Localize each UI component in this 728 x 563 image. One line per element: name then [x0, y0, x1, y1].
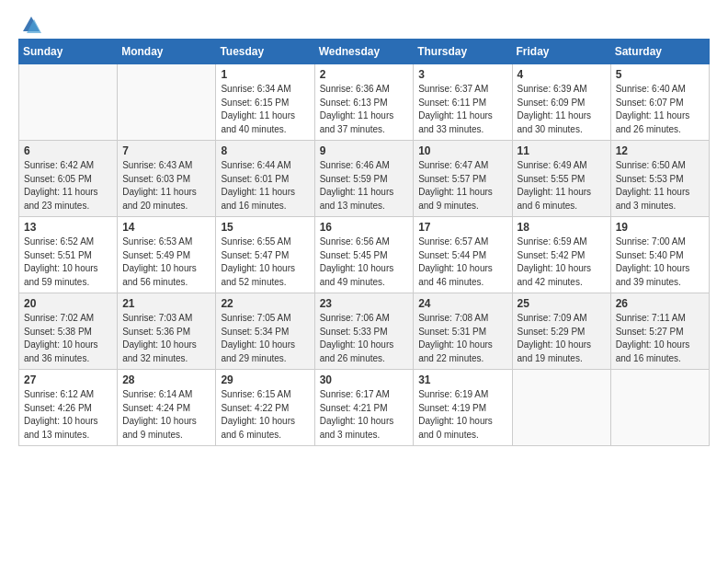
table-row: 17Sunrise: 6:57 AM Sunset: 5:44 PM Dayli…	[414, 217, 512, 293]
table-row	[610, 370, 709, 446]
table-row: 14Sunrise: 6:53 AM Sunset: 5:49 PM Dayli…	[118, 217, 216, 293]
day-info: Sunrise: 6:49 AM Sunset: 5:55 PM Dayligh…	[518, 159, 606, 213]
day-info: Sunrise: 7:08 AM Sunset: 5:31 PM Dayligh…	[418, 312, 506, 365]
day-info: Sunrise: 6:43 AM Sunset: 6:03 PM Dayligh…	[122, 159, 210, 213]
day-number: 13	[24, 221, 112, 234]
day-info: Sunrise: 7:06 AM Sunset: 5:33 PM Dayligh…	[320, 312, 409, 365]
day-number: 14	[122, 221, 210, 234]
logo-icon	[21, 15, 41, 35]
day-info: Sunrise: 6:40 AM Sunset: 6:07 PM Dayligh…	[616, 83, 704, 136]
calendar-header-row: Sunday Monday Tuesday Wednesday Thursday…	[19, 40, 710, 64]
col-wednesday: Wednesday	[314, 40, 414, 64]
day-number: 3	[418, 68, 506, 81]
day-info: Sunrise: 6:59 AM Sunset: 5:42 PM Dayligh…	[518, 236, 606, 289]
table-row: 5Sunrise: 6:40 AM Sunset: 6:07 PM Daylig…	[610, 64, 709, 141]
day-number: 17	[418, 221, 506, 234]
day-info: Sunrise: 7:11 AM Sunset: 5:27 PM Dayligh…	[616, 312, 704, 365]
table-row: 13Sunrise: 6:52 AM Sunset: 5:51 PM Dayli…	[19, 217, 118, 293]
day-number: 7	[122, 144, 210, 157]
day-info: Sunrise: 6:14 AM Sunset: 4:24 PM Dayligh…	[122, 388, 210, 442]
table-row: 1Sunrise: 6:34 AM Sunset: 6:15 PM Daylig…	[216, 64, 314, 141]
day-number: 1	[221, 68, 309, 81]
table-row: 31Sunrise: 6:19 AM Sunset: 4:19 PM Dayli…	[414, 370, 512, 446]
day-number: 11	[518, 144, 606, 157]
day-number: 30	[320, 373, 409, 386]
day-info: Sunrise: 7:02 AM Sunset: 5:38 PM Dayligh…	[24, 312, 112, 365]
table-row: 25Sunrise: 7:09 AM Sunset: 5:29 PM Dayli…	[512, 293, 610, 370]
col-tuesday: Tuesday	[216, 40, 314, 64]
day-number: 22	[221, 297, 309, 310]
table-row: 6Sunrise: 6:42 AM Sunset: 6:05 PM Daylig…	[19, 141, 118, 217]
day-info: Sunrise: 6:57 AM Sunset: 5:44 PM Dayligh…	[418, 236, 506, 289]
table-row: 27Sunrise: 6:12 AM Sunset: 4:26 PM Dayli…	[19, 370, 118, 446]
day-number: 16	[320, 221, 409, 234]
day-info: Sunrise: 6:19 AM Sunset: 4:19 PM Dayligh…	[418, 388, 506, 442]
table-row: 29Sunrise: 6:15 AM Sunset: 4:22 PM Dayli…	[216, 370, 314, 446]
calendar-week-row: 20Sunrise: 7:02 AM Sunset: 5:38 PM Dayli…	[19, 293, 710, 370]
day-info: Sunrise: 6:55 AM Sunset: 5:47 PM Dayligh…	[221, 236, 309, 289]
table-row: 10Sunrise: 6:47 AM Sunset: 5:57 PM Dayli…	[414, 141, 512, 217]
day-info: Sunrise: 6:46 AM Sunset: 5:59 PM Dayligh…	[320, 159, 409, 213]
day-info: Sunrise: 6:50 AM Sunset: 5:53 PM Dayligh…	[616, 159, 704, 213]
table-row: 3Sunrise: 6:37 AM Sunset: 6:11 PM Daylig…	[414, 64, 512, 141]
col-friday: Friday	[512, 40, 610, 64]
day-number: 28	[122, 373, 210, 386]
day-info: Sunrise: 7:03 AM Sunset: 5:36 PM Dayligh…	[122, 312, 210, 365]
day-number: 4	[518, 68, 606, 81]
table-row: 7Sunrise: 6:43 AM Sunset: 6:03 PM Daylig…	[118, 141, 216, 217]
col-monday: Monday	[118, 40, 216, 64]
day-info: Sunrise: 6:53 AM Sunset: 5:49 PM Dayligh…	[122, 236, 210, 289]
logo	[18, 15, 41, 31]
day-number: 23	[320, 297, 409, 310]
day-info: Sunrise: 6:47 AM Sunset: 5:57 PM Dayligh…	[418, 159, 506, 213]
table-row: 28Sunrise: 6:14 AM Sunset: 4:24 PM Dayli…	[118, 370, 216, 446]
day-number: 8	[221, 144, 309, 157]
day-number: 21	[122, 297, 210, 310]
table-row: 21Sunrise: 7:03 AM Sunset: 5:36 PM Dayli…	[118, 293, 216, 370]
table-row: 20Sunrise: 7:02 AM Sunset: 5:38 PM Dayli…	[19, 293, 118, 370]
day-info: Sunrise: 7:00 AM Sunset: 5:40 PM Dayligh…	[616, 236, 704, 289]
day-number: 31	[418, 373, 506, 386]
table-row: 23Sunrise: 7:06 AM Sunset: 5:33 PM Dayli…	[314, 293, 414, 370]
table-row: 11Sunrise: 6:49 AM Sunset: 5:55 PM Dayli…	[512, 141, 610, 217]
day-info: Sunrise: 6:36 AM Sunset: 6:13 PM Dayligh…	[320, 83, 409, 136]
calendar-week-row: 13Sunrise: 6:52 AM Sunset: 5:51 PM Dayli…	[19, 217, 710, 293]
calendar-table: Sunday Monday Tuesday Wednesday Thursday…	[18, 39, 710, 446]
col-sunday: Sunday	[19, 40, 118, 64]
day-number: 18	[518, 221, 606, 234]
day-number: 9	[320, 144, 409, 157]
table-row: 8Sunrise: 6:44 AM Sunset: 6:01 PM Daylig…	[216, 141, 314, 217]
table-row: 12Sunrise: 6:50 AM Sunset: 5:53 PM Dayli…	[610, 141, 709, 217]
table-row: 16Sunrise: 6:56 AM Sunset: 5:45 PM Dayli…	[314, 217, 414, 293]
day-info: Sunrise: 6:37 AM Sunset: 6:11 PM Dayligh…	[418, 83, 506, 136]
table-row: 30Sunrise: 6:17 AM Sunset: 4:21 PM Dayli…	[314, 370, 414, 446]
day-number: 20	[24, 297, 112, 310]
day-number: 15	[221, 221, 309, 234]
day-info: Sunrise: 7:09 AM Sunset: 5:29 PM Dayligh…	[518, 312, 606, 365]
day-number: 25	[518, 297, 606, 310]
table-row: 26Sunrise: 7:11 AM Sunset: 5:27 PM Dayli…	[610, 293, 709, 370]
table-row: 22Sunrise: 7:05 AM Sunset: 5:34 PM Dayli…	[216, 293, 314, 370]
table-row	[512, 370, 610, 446]
table-row: 19Sunrise: 7:00 AM Sunset: 5:40 PM Dayli…	[610, 217, 709, 293]
table-row: 9Sunrise: 6:46 AM Sunset: 5:59 PM Daylig…	[314, 141, 414, 217]
day-number: 29	[221, 373, 309, 386]
day-info: Sunrise: 6:12 AM Sunset: 4:26 PM Dayligh…	[24, 388, 112, 442]
table-row	[19, 64, 118, 141]
table-row: 4Sunrise: 6:39 AM Sunset: 6:09 PM Daylig…	[512, 64, 610, 141]
col-thursday: Thursday	[414, 40, 512, 64]
day-info: Sunrise: 6:39 AM Sunset: 6:09 PM Dayligh…	[518, 83, 606, 136]
table-row: 18Sunrise: 6:59 AM Sunset: 5:42 PM Dayli…	[512, 217, 610, 293]
day-info: Sunrise: 6:15 AM Sunset: 4:22 PM Dayligh…	[221, 388, 309, 442]
day-number: 12	[616, 144, 704, 157]
day-number: 6	[24, 144, 112, 157]
page: Sunday Monday Tuesday Wednesday Thursday…	[0, 0, 728, 465]
day-number: 19	[616, 221, 704, 234]
day-info: Sunrise: 7:05 AM Sunset: 5:34 PM Dayligh…	[221, 312, 309, 365]
day-number: 10	[418, 144, 506, 157]
header	[18, 15, 710, 31]
day-info: Sunrise: 6:34 AM Sunset: 6:15 PM Dayligh…	[221, 83, 309, 136]
day-number: 5	[616, 68, 704, 81]
day-info: Sunrise: 6:52 AM Sunset: 5:51 PM Dayligh…	[24, 236, 112, 289]
table-row: 15Sunrise: 6:55 AM Sunset: 5:47 PM Dayli…	[216, 217, 314, 293]
